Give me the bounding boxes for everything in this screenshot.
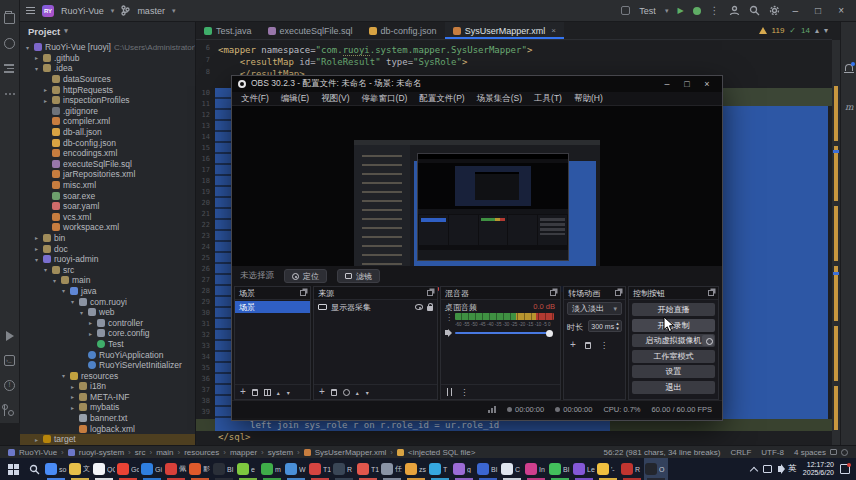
add-source-button[interactable]: + [319, 387, 325, 397]
window-maximize-button[interactable]: □ [811, 5, 825, 16]
taskbar-app[interactable]: m [260, 458, 284, 480]
obs-control-button[interactable]: 工作室模式 [632, 350, 715, 363]
tree-item[interactable]: jarRepositories.xml [20, 169, 195, 180]
tree-item[interactable]: banner.txt [20, 413, 195, 424]
obs-menu-item[interactable]: 工具(T) [529, 93, 567, 105]
taskbar-app[interactable]: Le [572, 458, 596, 480]
taskbar-app[interactable]: R [620, 458, 644, 480]
remove-transition-button[interactable] [585, 342, 591, 349]
status-widget[interactable]: UTF-8 [761, 448, 784, 457]
add-transition-button[interactable]: + [570, 340, 576, 350]
terminal-tool-icon[interactable]: ›_ [4, 355, 15, 366]
tree-item[interactable]: ▸ core.config [20, 328, 195, 339]
volume-tray-icon[interactable] [778, 466, 782, 472]
tree-item[interactable]: ▸ bin [20, 233, 195, 244]
obs-minimize-button[interactable]: – [658, 79, 676, 89]
tree-expand-icon[interactable]: ▾ [33, 256, 40, 263]
tree-item[interactable]: ▸ i18n [20, 381, 195, 392]
breadcrumb-item[interactable]: src [135, 448, 146, 457]
taskbar-app[interactable]: T1 [308, 458, 332, 480]
taskbar-app[interactable]: 任 [380, 458, 404, 480]
tree-item[interactable]: encodings.xml [20, 148, 195, 159]
tree-expand-icon[interactable]: ▸ [69, 393, 76, 400]
start-button[interactable] [2, 458, 24, 480]
breadcrumb-item[interactable]: SysUserMapper.xml [315, 448, 387, 457]
source-filters-button[interactable]: 滤镜 [337, 269, 380, 283]
tree-expand-icon[interactable]: ▾ [60, 287, 67, 294]
taskbar-app[interactable]: Bl [212, 458, 236, 480]
scene-filters-button[interactable] [264, 389, 271, 396]
scene-item[interactable]: 场景 [235, 301, 310, 313]
tree-item[interactable]: ▾ web [20, 307, 195, 318]
tree-item[interactable]: ▾ RuoYi-Vue [ruoyi] C:\Users\Administrat… [20, 42, 195, 53]
window-close-button[interactable]: × [834, 5, 848, 16]
more-tools-icon[interactable] [4, 88, 15, 99]
move-source-up-button[interactable]: ▴ [356, 389, 360, 396]
taskbar-app[interactable]: T1 [356, 458, 380, 480]
move-source-down-button[interactable]: ▾ [366, 389, 370, 396]
popout-icon[interactable] [708, 290, 714, 296]
editor-scrollbar-error-stripe[interactable] [832, 40, 840, 445]
branch-name[interactable]: master [137, 6, 165, 16]
remove-source-button[interactable] [331, 389, 337, 396]
taskbar-app[interactable]: W [284, 458, 308, 480]
tree-item[interactable]: .gitignore [20, 106, 195, 117]
search-icon[interactable] [749, 5, 760, 16]
tree-expand-icon[interactable]: ▾ [24, 44, 31, 51]
popout-icon[interactable] [550, 290, 556, 296]
tree-item[interactable]: ▸ mybatis [20, 402, 195, 413]
tree-item[interactable]: ▾ resources [20, 370, 195, 381]
obs-control-button[interactable]: 开始直播 [632, 303, 715, 316]
commit-tool-icon[interactable] [4, 38, 15, 49]
virtualcam-settings-icon[interactable] [702, 335, 714, 346]
tree-item[interactable]: RuoYiServletInitializer [20, 360, 195, 371]
breadcrumb-item[interactable]: mapper [230, 448, 257, 457]
taskbar-app[interactable]: g [452, 458, 476, 480]
taskbar-app[interactable]: 佩 [164, 458, 188, 480]
tree-item[interactable]: ▸ httpRequests [20, 84, 195, 95]
check-count[interactable]: 14 [801, 26, 810, 35]
tree-item[interactable]: ▾ java [20, 286, 195, 297]
taskbar-app[interactable]: Go [116, 458, 140, 480]
tree-item[interactable]: executeSqlFile.sql [20, 159, 195, 170]
speaker-icon[interactable] [445, 330, 449, 335]
structure-tool-icon[interactable] [4, 63, 15, 74]
tree-item[interactable]: vcs.xml [20, 212, 195, 223]
breadcrumb-item[interactable]: main [156, 448, 173, 457]
taskbar-app[interactable]: 文 [68, 458, 92, 480]
tree-expand-icon[interactable]: ▸ [69, 383, 76, 390]
popout-icon[interactable] [615, 290, 621, 296]
taskbar-app[interactable]: O [644, 458, 668, 480]
tree-item[interactable]: ▾ main [20, 275, 195, 286]
tree-expand-icon[interactable]: ▾ [42, 266, 49, 273]
volume-slider[interactable] [455, 332, 550, 334]
tree-item[interactable]: db-all.json [20, 127, 195, 138]
debug-button[interactable] [693, 7, 701, 15]
obs-menu-item[interactable]: 视图(V) [316, 93, 354, 105]
obs-menu-item[interactable]: 编辑(E) [276, 93, 314, 105]
breadcrumb-item[interactable]: system [268, 448, 293, 457]
git-tool-icon[interactable] [4, 405, 15, 416]
notification-center-icon[interactable] [840, 464, 850, 474]
run-tool-icon[interactable] [6, 331, 14, 341]
tree-expand-icon[interactable]: ▸ [33, 436, 40, 443]
run-config-selector[interactable]: Test [639, 6, 656, 16]
tree-item[interactable]: soar.yaml [20, 201, 195, 212]
editor-tab[interactable]: Test.java [196, 22, 260, 39]
transition-select[interactable]: 淡入淡出▾ [567, 302, 622, 315]
mixer-menu-icon[interactable]: ⋮ [460, 387, 469, 397]
tree-item[interactable]: db-config.json [20, 137, 195, 148]
tree-expand-icon[interactable]: ▸ [33, 234, 40, 241]
taskbar-search-button[interactable] [24, 458, 44, 480]
popout-icon[interactable] [300, 290, 306, 296]
chevron-down-icon[interactable]: ▾ [64, 27, 68, 35]
editor-tab[interactable]: executeSqlFile.sql [260, 22, 361, 39]
tree-expand-icon[interactable]: ▸ [33, 54, 40, 61]
next-problem-icon[interactable]: ▾ [824, 26, 828, 35]
tree-item[interactable]: ▸ target [20, 434, 195, 445]
tree-item[interactable]: ▾ src [20, 264, 195, 275]
remove-scene-button[interactable] [252, 389, 258, 396]
notifications-bell-icon[interactable] [845, 64, 853, 71]
taskbar-app[interactable]: In [524, 458, 548, 480]
warning-count[interactable]: 119 [772, 26, 785, 35]
